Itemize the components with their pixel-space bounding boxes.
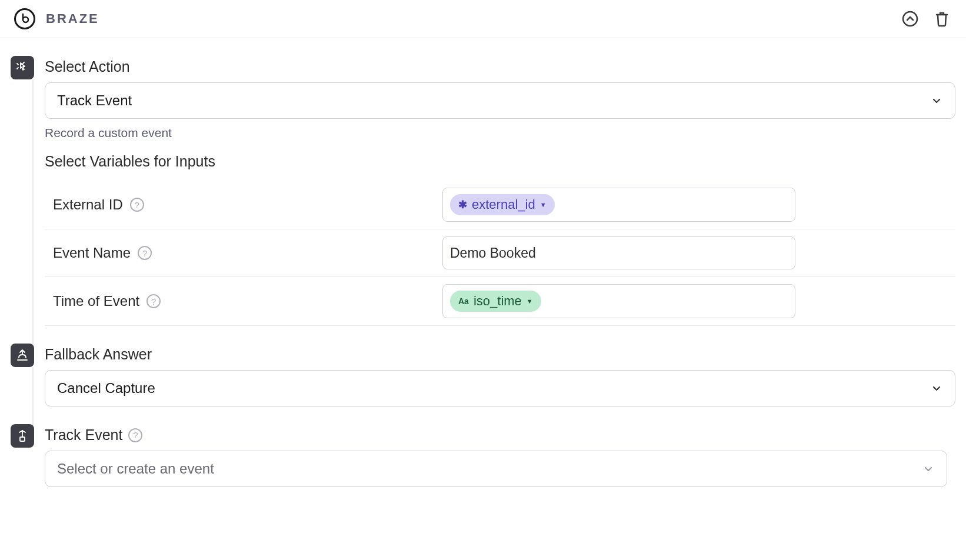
fallback-section: Fallback Answer Cancel Capture <box>11 344 955 419</box>
select-action-dropdown[interactable]: Track Event <box>45 82 955 119</box>
variables-section-title: Select Variables for Inputs <box>45 153 955 170</box>
asterisk-icon: ✱ <box>458 198 467 211</box>
input-label-external-id: External ID ? <box>45 196 433 213</box>
select-action-value: Track Event <box>57 92 132 109</box>
input-value: Demo Booked <box>450 245 788 261</box>
select-action-body: Select Action Track Event Record a custo… <box>45 56 955 339</box>
label-text: External ID <box>53 196 123 213</box>
input-field-time-of-event[interactable]: Aa iso_time ▼ <box>442 284 795 318</box>
track-event-title: Track Event ? <box>45 426 955 444</box>
header-left: BRAZE <box>14 8 99 29</box>
track-event-body: Track Event ? Select or create an event <box>45 424 955 487</box>
label-text: Event Name <box>53 245 131 261</box>
chip-text: iso_time <box>474 294 522 309</box>
track-event-placeholder: Select or create an event <box>57 461 214 477</box>
fallback-dropdown[interactable]: Cancel Capture <box>45 370 955 406</box>
track-event-title-text: Track Event <box>45 426 122 444</box>
track-event-step-icon <box>11 424 34 448</box>
input-field-event-name[interactable]: Demo Booked <box>442 236 795 269</box>
delete-icon[interactable] <box>932 9 952 29</box>
help-icon[interactable]: ? <box>128 428 142 442</box>
text-type-icon: Aa <box>458 296 469 306</box>
label-text: Time of Event <box>53 293 139 309</box>
fallback-step-icon <box>11 344 34 367</box>
brand-name: BRAZE <box>46 11 99 26</box>
collapse-icon[interactable] <box>900 9 920 29</box>
input-row-event-name: Event Name ? Demo Booked <box>45 229 955 277</box>
chevron-down-icon: ▼ <box>527 298 533 305</box>
variable-chip-external-id[interactable]: ✱ external_id ▼ <box>450 194 555 215</box>
input-row-external-id: External ID ? ✱ external_id ▼ <box>45 181 955 229</box>
select-action-helper: Record a custom event <box>45 126 955 140</box>
svg-point-0 <box>903 12 917 26</box>
fallback-title: Fallback Answer <box>45 346 955 363</box>
fallback-value: Cancel Capture <box>57 380 155 396</box>
variable-chip-iso-time[interactable]: Aa iso_time ▼ <box>450 291 541 312</box>
input-row-time-of-event: Time of Event ? Aa iso_time ▼ <box>45 277 955 326</box>
chevron-down-icon <box>922 462 935 475</box>
chevron-down-icon <box>930 94 943 107</box>
fallback-body: Fallback Answer Cancel Capture <box>45 344 955 419</box>
step-connector <box>32 367 34 425</box>
chip-text: external_id <box>472 197 535 212</box>
select-action-title: Select Action <box>45 58 955 75</box>
action-step-icon <box>11 56 34 79</box>
chevron-down-icon <box>930 382 943 395</box>
content-area: Select Action Track Event Record a custo… <box>0 38 966 515</box>
help-icon[interactable]: ? <box>138 246 152 260</box>
braze-logo-icon <box>14 8 35 29</box>
help-icon[interactable]: ? <box>130 198 144 212</box>
track-event-section: Track Event ? Select or create an event <box>11 424 955 487</box>
input-label-event-name: Event Name ? <box>45 245 433 261</box>
chevron-down-icon: ▼ <box>540 201 547 208</box>
input-label-time-of-event: Time of Event ? <box>45 293 433 309</box>
track-event-dropdown[interactable]: Select or create an event <box>45 451 947 487</box>
app-header: BRAZE <box>0 0 966 38</box>
input-field-external-id[interactable]: ✱ external_id ▼ <box>442 188 795 222</box>
select-action-section: Select Action Track Event Record a custo… <box>11 56 955 339</box>
step-connector <box>32 79 34 345</box>
svg-rect-1 <box>20 437 25 441</box>
header-right <box>900 9 952 29</box>
help-icon[interactable]: ? <box>146 294 161 308</box>
